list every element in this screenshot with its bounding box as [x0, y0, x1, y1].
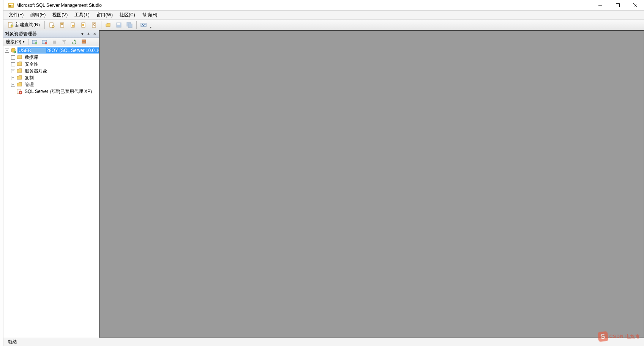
save-all-button[interactable] [125, 21, 134, 29]
tree-security-node[interactable]: + 安全性 [3, 61, 99, 68]
tree-replication-node[interactable]: + 复制 [3, 74, 99, 81]
open-folder-icon [105, 22, 111, 28]
menu-view[interactable]: 视图(V) [49, 11, 71, 19]
main-area: 对象资源管理器 ▼ ✕ 连接(O) ▼ [3, 30, 644, 338]
panel-dropdown-icon[interactable]: ▼ [80, 31, 85, 37]
status-text: 就绪 [8, 339, 17, 345]
svg-text:X: X [92, 22, 95, 27]
app-icon [8, 2, 14, 8]
refresh-button[interactable] [69, 39, 79, 46]
toolbar-separator [44, 21, 45, 29]
stop-icon [51, 39, 57, 45]
connect-object-explorer-button[interactable] [30, 39, 39, 46]
minimize-button[interactable] [592, 0, 609, 11]
xmla-query-button[interactable]: X [89, 21, 99, 29]
open-file-button[interactable] [103, 21, 113, 29]
xmla-query-icon: X [91, 22, 97, 28]
save-button[interactable] [114, 21, 124, 29]
close-button[interactable] [627, 0, 644, 11]
disconnect-icon [41, 39, 47, 45]
menu-help[interactable]: 帮助(H) [139, 11, 161, 19]
activity-monitor-button[interactable] [139, 21, 148, 29]
object-explorer-title: 对象资源管理器 [5, 31, 79, 37]
analysis-query-icon [70, 22, 76, 28]
connect-dropdown[interactable]: 连接(O) ▼ [4, 39, 27, 46]
window-title: Microsoft SQL Server Management Studio [16, 3, 102, 8]
security-label: 安全性 [24, 61, 39, 68]
analysis-query-button[interactable] [68, 21, 78, 29]
pin-icon[interactable] [86, 31, 91, 37]
svg-rect-30 [82, 40, 86, 41]
expand-icon[interactable]: + [11, 69, 15, 73]
folder-icon [16, 82, 22, 88]
mdx-query-button[interactable] [79, 21, 88, 29]
filter-icon [61, 39, 67, 45]
sql-agent-icon [16, 88, 22, 94]
svg-rect-16 [72, 25, 74, 27]
menu-file[interactable]: 文件(F) [6, 11, 27, 19]
management-label: 管理 [24, 81, 35, 88]
refresh-icon [71, 39, 77, 45]
stop-button[interactable] [50, 39, 59, 46]
connect-label: 连接(O) [6, 39, 21, 45]
svg-rect-3 [9, 6, 11, 7]
tree-databases-node[interactable]: + 数据库 [3, 54, 99, 61]
filter-button[interactable] [60, 39, 69, 46]
new-query-icon: + [8, 22, 14, 28]
disconnect-button[interactable] [40, 39, 49, 46]
close-panel-icon[interactable]: ✕ [92, 31, 97, 37]
svg-rect-31 [82, 42, 86, 43]
expand-icon[interactable]: + [11, 83, 15, 87]
dropdown-arrow-icon: ▼ [22, 40, 25, 44]
object-explorer-panel: 对象资源管理器 ▼ ✕ 连接(O) ▼ [3, 30, 99, 338]
menu-window[interactable]: 窗口(W) [93, 11, 116, 19]
server-node-label: USER28OY (SQL Server 10.0.1600 [17, 47, 99, 54]
expand-icon[interactable]: + [11, 76, 15, 80]
connect-icon [32, 39, 38, 45]
db-query-icon [59, 22, 65, 28]
databases-label: 数据库 [24, 54, 39, 61]
svg-rect-23 [128, 24, 132, 28]
menu-tools[interactable]: 工具(T) [71, 11, 92, 19]
object-explorer-header: 对象资源管理器 ▼ ✕ [3, 30, 99, 38]
svg-point-14 [60, 23, 63, 25]
menu-community[interactable]: 社区(C) [117, 11, 138, 19]
folder-icon [16, 75, 22, 81]
save-icon [116, 22, 122, 28]
folder-icon [16, 54, 22, 60]
tree-server-objects-node[interactable]: + 服务器对象 [3, 68, 99, 74]
document-area [99, 30, 644, 338]
mdx-query-icon [80, 22, 87, 28]
new-file-button[interactable] [47, 21, 57, 29]
new-query-label: 新建查询(N) [15, 22, 40, 28]
server-objects-label: 服务器对象 [24, 68, 49, 75]
maximize-button[interactable] [609, 0, 627, 11]
tree-sql-agent-node[interactable]: SQL Server 代理(已禁用代理 XP) [3, 88, 99, 95]
tree-server-node[interactable]: − USER28OY (SQL Server 10.0.1600 [3, 47, 99, 54]
registered-servers-button[interactable] [79, 39, 88, 46]
svg-point-12 [52, 25, 54, 28]
status-bar: 就绪 [3, 338, 644, 346]
toolbar-overflow[interactable]: ▾ [149, 21, 152, 29]
tree-management-node[interactable]: + 管理 [3, 81, 99, 88]
menu-edit[interactable]: 编辑(E) [27, 11, 49, 19]
redacted-area [31, 48, 46, 53]
title-bar: Microsoft SQL Server Management Studio [3, 0, 644, 11]
collapse-icon[interactable]: − [5, 49, 9, 53]
svg-rect-29 [53, 41, 56, 44]
expand-icon[interactable]: + [11, 62, 15, 66]
folder-icon [16, 68, 22, 74]
main-toolbar: + 新建查询(N) X ▾ [3, 20, 644, 30]
servers-icon [81, 39, 87, 45]
object-explorer-toolbar: 连接(O) ▼ [3, 38, 99, 46]
object-explorer-tree: − USER28OY (SQL Server 10.0.1600 + 数据库 + [3, 46, 99, 338]
server-icon [10, 47, 16, 53]
cropped-left-area [0, 0, 3, 346]
db-engine-query-button[interactable] [57, 21, 67, 29]
toolbar-separator [28, 39, 28, 45]
new-query-button[interactable]: + 新建查询(N) [5, 21, 43, 29]
svg-rect-21 [117, 23, 120, 25]
svg-text:+: + [10, 23, 13, 28]
svg-point-26 [35, 42, 37, 44]
expand-icon[interactable]: + [11, 55, 15, 60]
